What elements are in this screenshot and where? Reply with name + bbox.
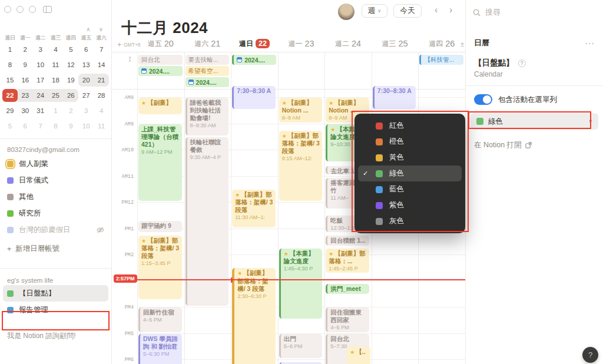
today-button[interactable]: 今天: [393, 4, 422, 18]
mini-calendar-day[interactable]: 10: [33, 58, 48, 71]
window-minimize-icon[interactable]: [16, 6, 24, 13]
event[interactable]: ★【副業】部落格：...1:45–2:45 P: [326, 249, 369, 273]
mini-calendar-day[interactable]: 20: [78, 74, 94, 87]
mini-calendar-day[interactable]: 19: [63, 74, 78, 87]
next-week-icon[interactable]: ›: [449, 5, 452, 15]
day-header-23[interactable]: 週一23: [278, 37, 325, 51]
day-header-20[interactable]: 週五20: [137, 37, 184, 51]
event[interactable]: DWS 學員諮詢 和 劉怡君5–6:30 PM: [138, 334, 182, 364]
mini-calendar-day[interactable]: 25: [48, 89, 64, 102]
event[interactable]: ★【本業】論文進度1:45–4:30 P: [279, 249, 323, 319]
mini-calendar-day[interactable]: 28: [94, 89, 109, 102]
event[interactable]: 7:30–8:30 A: [232, 86, 276, 109]
mini-calendar-day[interactable]: 30: [18, 104, 33, 117]
mini-calendar-day[interactable]: 1: [48, 104, 64, 117]
add-event-icon[interactable]: +: [117, 40, 122, 49]
event[interactable]: 回新竹住宿4–5 PM: [138, 307, 182, 332]
color-option-藍色[interactable]: 藍色: [358, 181, 462, 197]
mini-calendar-day[interactable]: 31: [33, 104, 48, 117]
mini-calendar-day[interactable]: 4: [94, 104, 109, 117]
mini-calendar-day[interactable]: 9: [18, 58, 33, 71]
event[interactable]: 上課_科技管理導論（台積421）9 AM–12 PM: [138, 124, 182, 201]
user-avatar[interactable]: [338, 4, 354, 20]
event[interactable]: ★【副業】部落格：架構/ 3 段落9:15 AM–12:: [279, 131, 323, 201]
calendar-list-item[interactable]: 其他: [0, 188, 111, 205]
window-zoom-icon[interactable]: [29, 6, 36, 13]
day-header-25[interactable]: 週三25: [372, 37, 419, 51]
window-close-icon[interactable]: [4, 6, 11, 13]
view-switcher-dropdown[interactable]: 週∨: [362, 4, 387, 18]
include-events-toggle[interactable]: [474, 94, 492, 105]
mini-calendar-day[interactable]: 9: [63, 120, 78, 133]
calendar-list-item[interactable]: 報告管理: [0, 302, 111, 318]
mini-calendar-day[interactable]: 16: [18, 74, 33, 87]
allday-event[interactable]: 2024....: [232, 55, 276, 65]
mini-calendar-day[interactable]: 5: [2, 120, 18, 133]
event[interactable]: 請爸爸載我到扶輪社活動會場!8–9:30 AM: [185, 98, 229, 135]
mini-calendar-day[interactable]: 7: [33, 120, 48, 133]
day-header-22[interactable]: 週日22: [231, 37, 278, 51]
color-option-灰色[interactable]: 灰色: [358, 213, 462, 229]
mini-calendar-day[interactable]: 2: [18, 43, 33, 56]
color-option-綠色[interactable]: ✓綠色: [358, 166, 462, 181]
mini-calendar-day[interactable]: 22: [2, 89, 18, 102]
mini-calendar-day[interactable]: 10: [78, 120, 94, 133]
event[interactable]: ★【副業】Notion ...8–9 AM: [279, 98, 323, 123]
allday-event[interactable]: 要去扶輪...: [185, 55, 230, 65]
mini-calendar-day[interactable]: 2: [63, 104, 78, 117]
mini-calendar-day[interactable]: 11: [48, 58, 64, 71]
mini-calendar-day[interactable]: 23: [18, 89, 33, 102]
event[interactable]: 洪門_meet: [326, 284, 369, 294]
mini-calendar-day[interactable]: 3: [78, 104, 94, 117]
mini-calendar-day[interactable]: 21: [94, 74, 109, 87]
event[interactable]: ★【副業】部落格：架構/ 3 段落11:30 AM–1:: [232, 190, 276, 227]
calendar-list-item[interactable]: 日常儀式: [0, 172, 111, 188]
day-header-21[interactable]: 週六21: [184, 37, 231, 51]
mini-calendar-day[interactable]: 26: [63, 89, 78, 102]
more-options-icon[interactable]: ···: [585, 38, 595, 48]
mini-calendar-day[interactable]: 18: [48, 74, 64, 87]
open-in-notion-link[interactable]: 在 Notion 打開: [466, 130, 603, 150]
mini-calendar-day[interactable]: 1: [2, 43, 18, 56]
mini-calendar-next-icon[interactable]: ∨: [99, 26, 103, 33]
allday-event[interactable]: 2024....: [185, 77, 230, 87]
mini-calendar-day[interactable]: 11: [94, 120, 109, 133]
event[interactable]: ★【副業】: [138, 98, 182, 114]
allday-event[interactable]: 回台北: [138, 55, 183, 65]
event[interactable]: 跟宇涵約 9: [138, 221, 182, 232]
prev-week-icon[interactable]: ‹: [435, 5, 438, 15]
color-select[interactable]: 綠色 ∨: [471, 113, 598, 130]
allday-event[interactable]: 2024....: [138, 66, 183, 76]
help-floating-button[interactable]: ?: [582, 347, 598, 363]
calendar-list-item[interactable]: 研究所: [0, 205, 111, 221]
mini-calendar-day[interactable]: 6: [18, 120, 33, 133]
allday-event[interactable]: 希望有空...: [185, 66, 230, 76]
mini-calendar-day[interactable]: 6: [78, 43, 94, 56]
mini-calendar-day[interactable]: 27: [78, 89, 94, 102]
color-option-黃色[interactable]: 黃色: [358, 150, 462, 166]
color-option-紅色[interactable]: 紅色: [358, 118, 462, 134]
color-option-橙色[interactable]: 橙色: [358, 134, 462, 150]
event[interactable]: ★【..: [347, 347, 370, 364]
event[interactable]: 出門5–6 PM: [279, 334, 323, 359]
mini-calendar-day[interactable]: 7: [94, 43, 109, 56]
event[interactable]: ★【副業】部落格：架構/ 3 段落1:15–3:45 P: [138, 236, 182, 299]
event[interactable]: 扶輪社聯誼餐敘9:30 AM–4 P: [185, 137, 229, 306]
calendar-list-item[interactable]: 【日盤點】: [3, 285, 108, 302]
mini-calendar-day[interactable]: 8: [2, 58, 18, 71]
calendar-list-item[interactable]: 台灣的節慶假日: [0, 221, 111, 238]
mini-calendar-day[interactable]: 13: [78, 58, 94, 71]
mini-calendar-day[interactable]: 15: [2, 74, 18, 87]
mini-calendar-prev-icon[interactable]: ∧: [86, 26, 90, 33]
event[interactable]: 回台積館 1...: [326, 236, 369, 246]
event[interactable]: 7:30–8:30 A: [373, 86, 416, 109]
collapse-allday-icon[interactable]: ∨∧: [128, 56, 131, 62]
event[interactable]: 回住宿搬東西回家4–5 PM: [326, 307, 369, 332]
color-option-紫色[interactable]: 紫色: [358, 197, 462, 213]
mini-calendar-day[interactable]: 8: [48, 120, 64, 133]
mini-calendar-day[interactable]: 29: [2, 104, 18, 117]
mini-calendar-day[interactable]: 12: [63, 58, 78, 71]
mini-calendar-day[interactable]: 24: [33, 89, 48, 102]
mini-calendar-day[interactable]: 3: [33, 43, 48, 56]
mini-calendar-day[interactable]: 17: [33, 74, 48, 87]
